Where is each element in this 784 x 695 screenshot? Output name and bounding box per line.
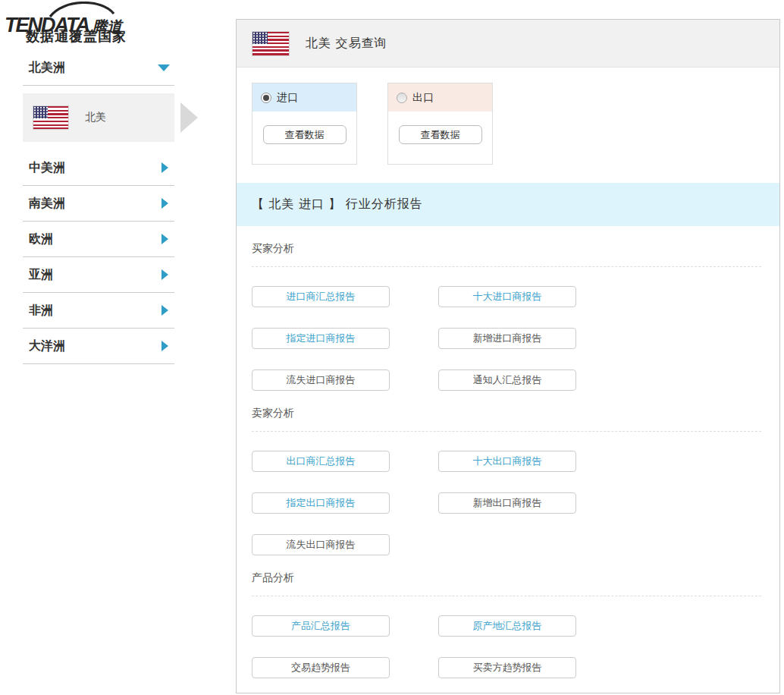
- sidebar-item[interactable]: 亚洲: [23, 257, 174, 293]
- sidebar-item-label: 非洲: [23, 303, 53, 319]
- sidebar-item[interactable]: 非洲: [23, 293, 174, 329]
- sidebar-item-label: 大洋洲: [23, 338, 65, 354]
- chevron-down-icon: [158, 64, 170, 71]
- trade-query-panel: 北美 交易查询 进口 查看数据 出口 查看数据: [236, 19, 780, 693]
- trade-direction-options: 进口 查看数据 出口 查看数据: [252, 83, 779, 165]
- dashed-divider: [252, 431, 761, 432]
- tendata-logo: TENDATA腾道 数据通覆盖国家: [5, 2, 194, 47]
- report-button[interactable]: 十大进口商报告: [438, 286, 576, 307]
- sidebar-item[interactable]: 中美洲: [23, 150, 174, 186]
- report-button[interactable]: 买卖方趋势报告: [438, 657, 576, 678]
- sidebar-item-label: 亚洲: [23, 267, 53, 283]
- import-radio[interactable]: [261, 93, 271, 103]
- logo-tagline: 数据通覆盖国家: [26, 27, 127, 46]
- chevron-right-icon: [162, 341, 168, 351]
- page: TENDATA腾道 数据通覆盖国家 北美洲 北美 中美洲南美洲欧洲亚洲非洲大洋洲…: [0, 0, 784, 695]
- export-option-box: 出口 查看数据: [387, 83, 493, 165]
- panel-header: 北美 交易查询: [237, 20, 779, 68]
- report-button[interactable]: 流失出口商报告: [252, 534, 390, 555]
- report-button[interactable]: 产品汇总报告: [252, 615, 390, 637]
- report-button[interactable]: 新增出口商报告: [438, 492, 576, 514]
- report-group-title: 买家分析: [252, 241, 761, 256]
- import-option-box: 进口 查看数据: [252, 83, 357, 165]
- report-button[interactable]: 指定出口商报告: [252, 492, 390, 514]
- sidebar-item-label: 欧洲: [23, 231, 53, 247]
- dashed-divider: [252, 596, 761, 596]
- report-button[interactable]: 通知人汇总报告: [438, 370, 576, 391]
- sidebar-item[interactable]: 大洋洲: [23, 329, 174, 364]
- dashed-divider: [252, 266, 761, 267]
- country-label: 北美: [85, 111, 106, 124]
- us-flag-icon: [33, 106, 68, 129]
- import-label: 进口: [277, 91, 298, 105]
- view-data-button[interactable]: 查看数据: [399, 125, 482, 144]
- selected-pointer-arrow-icon: [180, 102, 198, 133]
- report-group: 产品分析产品汇总报告原产地汇总报告交易趋势报告买卖方趋势报告: [252, 570, 761, 678]
- chevron-right-icon: [162, 198, 168, 209]
- sidebar-item-label: 中美洲: [23, 160, 65, 176]
- report-button-grid: 出口商汇总报告十大出口商报告指定出口商报告新增出口商报告流失出口商报告: [252, 451, 761, 555]
- continent-menu: 中美洲南美洲欧洲亚洲非洲大洋洲: [23, 150, 174, 364]
- chevron-right-icon: [162, 234, 168, 244]
- sidebar-item[interactable]: 南美洲: [23, 186, 174, 222]
- import-option-header: 进口: [252, 83, 356, 112]
- report-button[interactable]: 十大出口商报告: [438, 451, 576, 472]
- export-option-header: 出口: [388, 83, 492, 112]
- sidebar-item-label: 北美洲: [23, 60, 65, 76]
- report-button[interactable]: 流失进口商报告: [252, 370, 390, 391]
- sidebar-item-north-america[interactable]: 北美洲: [23, 50, 174, 86]
- export-label: 出口: [412, 91, 434, 105]
- report-group: 卖家分析出口商汇总报告十大出口商报告指定出口商报告新增出口商报告流失出口商报告: [252, 405, 761, 555]
- report-button[interactable]: 交易趋势报告: [252, 657, 390, 678]
- report-groups: 买家分析进口商汇总报告十大进口商报告指定进口商报告新增进口商报告流失进口商报告通…: [237, 241, 779, 695]
- report-button-grid: 产品汇总报告原产地汇总报告交易趋势报告买卖方趋势报告: [252, 615, 761, 678]
- report-group-title: 卖家分析: [252, 405, 761, 420]
- chevron-right-icon: [162, 269, 168, 280]
- report-group-title: 产品分析: [252, 570, 761, 585]
- continent-sidebar: 北美洲 北美 中美洲南美洲欧洲亚洲非洲大洋洲: [23, 50, 174, 364]
- sidebar-item-label: 南美洲: [23, 196, 65, 212]
- sidebar-item[interactable]: 欧洲: [23, 222, 174, 257]
- view-data-button[interactable]: 查看数据: [263, 125, 347, 144]
- report-button[interactable]: 指定进口商报告: [252, 328, 390, 349]
- report-group: 买家分析进口商汇总报告十大进口商报告指定进口商报告新增进口商报告流失进口商报告通…: [252, 241, 761, 391]
- chevron-right-icon: [162, 162, 168, 173]
- report-button[interactable]: 原产地汇总报告: [438, 615, 576, 637]
- us-flag-icon: [252, 32, 289, 55]
- report-button[interactable]: 出口商汇总报告: [252, 451, 390, 472]
- panel-title: 北美 交易查询: [306, 36, 387, 52]
- section-title-band: 【 北美 进口 】 行业分析报告: [237, 183, 779, 226]
- report-button[interactable]: 新增进口商报告: [438, 328, 576, 349]
- chevron-right-icon: [162, 305, 168, 316]
- export-radio[interactable]: [397, 93, 407, 103]
- report-button-grid: 进口商汇总报告十大进口商报告指定进口商报告新增进口商报告流失进口商报告通知人汇总…: [252, 286, 761, 391]
- sidebar-country-north-america[interactable]: 北美: [23, 93, 174, 142]
- report-button[interactable]: 进口商汇总报告: [252, 286, 390, 307]
